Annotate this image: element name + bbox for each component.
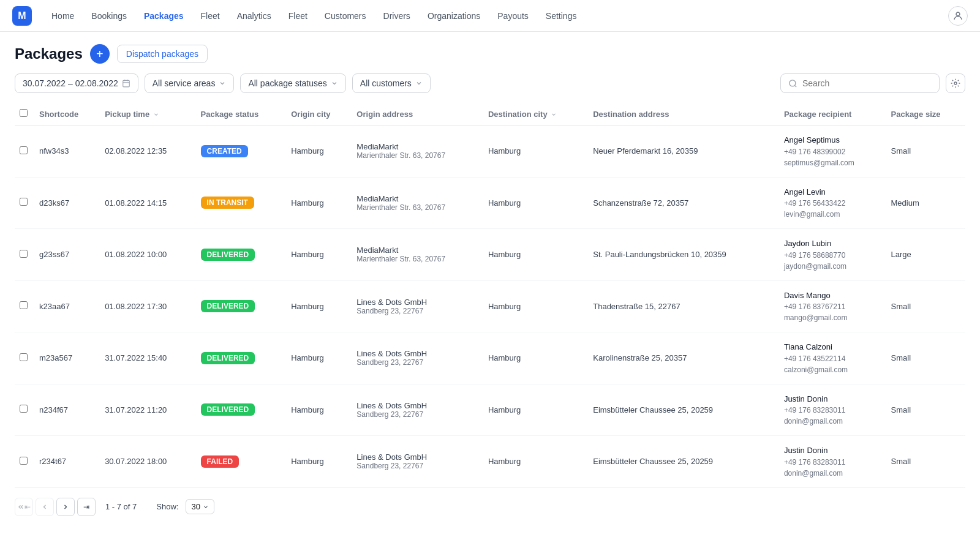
nav-drivers[interactable]: Drivers (376, 7, 418, 24)
status-badge: DELIVERED (201, 249, 255, 261)
show-count-value: 30 (191, 502, 200, 511)
row-checkbox[interactable] (20, 198, 28, 206)
row-dest-address: Schanzenstraße 72, 20357 (588, 177, 779, 229)
row-dest-city: Hamburg (483, 126, 588, 178)
svg-rect-1 (123, 80, 129, 87)
next-page-button[interactable] (56, 498, 75, 516)
packages-table: Shortcode Pickup time Package status Ori… (15, 103, 965, 488)
table-row[interactable]: n234f67 31.07.2022 11:20 DELIVERED Hambu… (15, 384, 965, 436)
col-origin-address: Origin address (352, 103, 483, 126)
row-status: FAILED (196, 436, 287, 488)
nav-bookings[interactable]: Bookings (84, 7, 134, 24)
row-status: DELIVERED (196, 332, 287, 384)
row-checkbox[interactable] (20, 457, 28, 465)
row-pickup-time: 30.07.2022 18:00 (100, 436, 195, 488)
nav-fleet-2[interactable]: Fleet (281, 7, 315, 24)
navigation: M Home Bookings Packages Fleet Analytics… (0, 0, 980, 32)
nav-fleet-1[interactable]: Fleet (194, 7, 227, 24)
row-shortcode: g23ss67 (34, 229, 100, 281)
last-page-button[interactable]: ⇥ (77, 498, 96, 516)
row-package-size: Small (886, 384, 965, 436)
service-areas-filter[interactable]: All service areas (145, 73, 235, 93)
row-checkbox-cell[interactable] (15, 280, 34, 332)
row-pickup-time: 01.08.2022 10:00 (100, 229, 195, 281)
select-all-header[interactable] (15, 103, 34, 126)
package-statuses-filter[interactable]: All package statuses (240, 73, 345, 93)
page-header: Packages + Dispatch packages (0, 32, 980, 73)
col-destination-city[interactable]: Destination city (483, 103, 588, 126)
row-dest-city: Hamburg (483, 332, 588, 384)
row-origin-address: MediaMarkt Marienthaler Str. 63, 20767 (352, 126, 483, 178)
dispatch-packages-button[interactable]: Dispatch packages (117, 45, 208, 63)
table-row[interactable]: r234t67 30.07.2022 18:00 FAILED Hamburg … (15, 436, 965, 488)
user-avatar[interactable] (948, 6, 968, 26)
svg-line-6 (794, 85, 796, 87)
row-checkbox[interactable] (20, 405, 28, 413)
row-pickup-time: 01.08.2022 17:30 (100, 280, 195, 332)
col-pickup-time[interactable]: Pickup time (100, 103, 195, 126)
show-label: Show: (156, 502, 178, 511)
row-checkbox-cell[interactable] (15, 384, 34, 436)
row-pickup-time: 01.08.2022 14:15 (100, 177, 195, 229)
row-status: IN TRANSIT (196, 177, 287, 229)
nav-packages[interactable]: Packages (137, 7, 191, 24)
row-dest-address: Thadenstraße 15, 22767 (588, 280, 779, 332)
table-header-row: Shortcode Pickup time Package status Ori… (15, 103, 965, 126)
row-status: DELIVERED (196, 280, 287, 332)
search-icon (788, 79, 797, 88)
nav-customers[interactable]: Customers (317, 7, 374, 24)
table-row[interactable]: d23ks67 01.08.2022 14:15 IN TRANSIT Hamb… (15, 177, 965, 229)
row-checkbox-cell[interactable] (15, 229, 34, 281)
nav-settings[interactable]: Settings (538, 7, 584, 24)
row-checkbox[interactable] (20, 301, 28, 309)
row-checkbox-cell[interactable] (15, 436, 34, 488)
row-dest-address: Karolinenstraße 25, 20357 (588, 332, 779, 384)
row-package-size: Small (886, 436, 965, 488)
date-range-filter[interactable]: 30.07.2022 – 02.08.2022 (15, 73, 138, 93)
row-checkbox[interactable] (20, 250, 28, 258)
table-settings-button[interactable] (946, 73, 965, 93)
nav-organizations[interactable]: Organizations (420, 7, 488, 24)
table-row[interactable]: k23aa67 01.08.2022 17:30 DELIVERED Hambu… (15, 280, 965, 332)
col-package-size: Package size (886, 103, 965, 126)
row-dest-address: Eimsbütteler Chaussee 25, 20259 (588, 384, 779, 436)
table-row[interactable]: g23ss67 01.08.2022 10:00 DELIVERED Hambu… (15, 229, 965, 281)
col-shortcode: Shortcode (34, 103, 100, 126)
row-checkbox-cell[interactable] (15, 177, 34, 229)
first-page-button[interactable]: ⇤ (15, 498, 33, 516)
row-dest-address: Eimsbütteler Chaussee 25, 20259 (588, 436, 779, 488)
search-input[interactable] (802, 78, 932, 88)
customers-filter[interactable]: All customers (352, 73, 431, 93)
row-checkbox[interactable] (20, 146, 28, 154)
search-box[interactable] (780, 73, 940, 93)
row-shortcode: k23aa67 (34, 280, 100, 332)
svg-point-5 (790, 80, 796, 86)
nav-analytics[interactable]: Analytics (230, 7, 279, 24)
row-recipient: Angel Septimus +49 176 48399002 septimus… (779, 126, 886, 178)
nav-payouts[interactable]: Payouts (490, 7, 536, 24)
row-checkbox-cell[interactable] (15, 332, 34, 384)
status-badge: CREATED (201, 145, 248, 157)
row-dest-city: Hamburg (483, 177, 588, 229)
status-badge: FAILED (201, 455, 239, 468)
status-badge: DELIVERED (201, 352, 255, 364)
row-checkbox[interactable] (20, 353, 28, 361)
show-count-select[interactable]: 30 (186, 499, 214, 514)
add-package-button[interactable]: + (90, 44, 110, 64)
row-status: DELIVERED (196, 229, 287, 281)
col-package-status: Package status (196, 103, 287, 126)
table-row[interactable]: nfw34s3 02.08.2022 12:35 CREATED Hamburg… (15, 126, 965, 178)
row-shortcode: d23ks67 (34, 177, 100, 229)
row-origin-city: Hamburg (286, 126, 352, 178)
col-origin-city: Origin city (286, 103, 352, 126)
select-all-checkbox[interactable] (20, 109, 28, 117)
row-recipient: Justin Donin +49 176 83283011 donin@gmai… (779, 436, 886, 488)
row-checkbox-cell[interactable] (15, 126, 34, 178)
nav-home[interactable]: Home (44, 7, 81, 24)
col-package-recipient: Package recipient (779, 103, 886, 126)
prev-page-button[interactable] (36, 498, 54, 516)
row-package-size: Medium (886, 177, 965, 229)
table-row[interactable]: m23a567 31.07.2022 15:40 DELIVERED Hambu… (15, 332, 965, 384)
packages-table-wrap: Shortcode Pickup time Package status Ori… (0, 103, 980, 488)
row-recipient: Justin Donin +49 176 83283011 donin@gmai… (779, 384, 886, 436)
